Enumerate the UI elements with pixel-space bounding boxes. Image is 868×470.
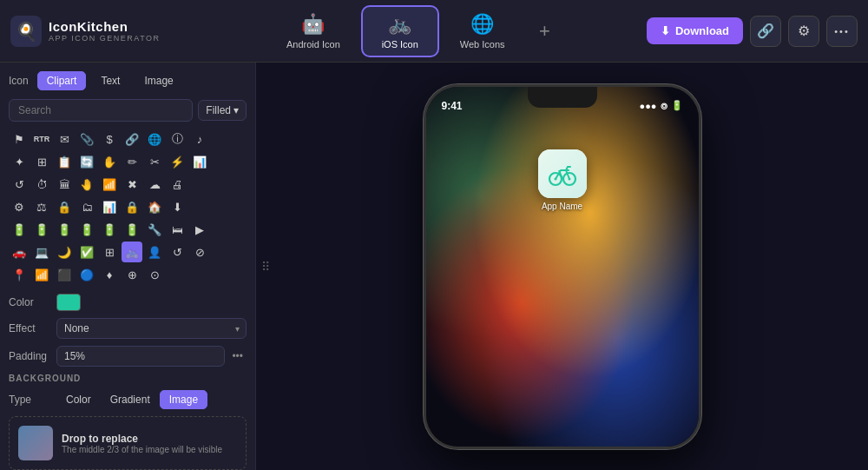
bg-color-button[interactable]: Color bbox=[56, 390, 101, 409]
icon-cell[interactable]: 🏠 bbox=[144, 196, 165, 217]
icon-cell[interactable]: ☁ bbox=[144, 174, 165, 195]
icon-cell[interactable]: 📊 bbox=[99, 196, 120, 217]
more-button[interactable]: ••• bbox=[826, 16, 858, 47]
icon-cell[interactable]: RTR bbox=[31, 129, 52, 149]
icon-cell[interactable]: ⊘ bbox=[189, 242, 210, 262]
icon-cell[interactable]: 🔋 bbox=[76, 219, 97, 240]
icon-cell[interactable] bbox=[212, 129, 233, 149]
color-swatch[interactable] bbox=[56, 294, 81, 311]
icon-cell[interactable] bbox=[234, 242, 255, 262]
text-type-button[interactable]: Text bbox=[91, 71, 129, 90]
icon-cell[interactable]: 📶 bbox=[31, 264, 52, 285]
icon-cell[interactable]: 📶 bbox=[99, 174, 120, 195]
effect-select[interactable]: None Shadow Glow bbox=[56, 318, 247, 339]
icon-cell[interactable]: 🔵 bbox=[76, 264, 97, 285]
icon-cell[interactable]: ⊞ bbox=[99, 242, 120, 262]
icon-cell[interactable]: ✋ bbox=[99, 151, 120, 172]
bg-image-button[interactable]: Image bbox=[160, 390, 207, 409]
icon-cell[interactable]: ⚖ bbox=[31, 196, 52, 217]
icon-cell[interactable]: 🔄 bbox=[76, 151, 97, 172]
tab-android[interactable]: 🤖 Android Icon bbox=[269, 5, 358, 57]
icon-cell[interactable] bbox=[212, 151, 233, 172]
icon-cell[interactable]: 📊 bbox=[189, 151, 210, 172]
tab-web[interactable]: 🌐 Web Icons bbox=[443, 5, 523, 57]
icon-cell[interactable]: ✉ bbox=[54, 129, 75, 149]
color-label: Color bbox=[9, 296, 56, 308]
icon-cell[interactable]: 🖨 bbox=[167, 174, 187, 195]
icon-cell[interactable]: 📎 bbox=[76, 129, 97, 149]
icon-cell[interactable] bbox=[234, 129, 255, 149]
icon-cell[interactable]: ♪ bbox=[189, 129, 210, 149]
padding-input[interactable] bbox=[56, 346, 225, 367]
icon-cell-selected[interactable]: 🚲 bbox=[122, 242, 142, 262]
icon-cell[interactable]: 🏛 bbox=[54, 174, 75, 195]
icon-cell[interactable]: ✖ bbox=[122, 174, 142, 195]
icon-cell[interactable]: ⚡ bbox=[167, 151, 187, 172]
icon-cell[interactable]: ⬛ bbox=[54, 264, 75, 285]
image-type-button[interactable]: Image bbox=[135, 71, 182, 90]
icon-cell[interactable] bbox=[212, 242, 233, 262]
icon-cell[interactable]: ↺ bbox=[9, 174, 30, 195]
icon-cell[interactable]: 🔋 bbox=[9, 219, 30, 240]
icon-cell[interactable] bbox=[234, 196, 255, 217]
add-tab-button[interactable]: + bbox=[526, 12, 564, 50]
plus-icon: + bbox=[539, 20, 550, 43]
icon-cell[interactable] bbox=[212, 219, 233, 240]
icon-cell[interactable]: 🔋 bbox=[122, 219, 142, 240]
settings-button[interactable]: ⚙ bbox=[788, 16, 819, 47]
tab-ios[interactable]: 🚲 iOS Icon bbox=[361, 5, 439, 57]
link-button[interactable]: 🔗 bbox=[750, 16, 781, 47]
icon-cell[interactable]: 🔒 bbox=[122, 196, 142, 217]
clipart-type-button[interactable]: Clipart bbox=[37, 71, 87, 90]
icon-cell[interactable]: 👤 bbox=[144, 242, 165, 262]
icon-cell[interactable]: 📍 bbox=[9, 264, 30, 285]
icon-cell[interactable]: ✏ bbox=[122, 151, 142, 172]
drag-handle[interactable]: ⠿ bbox=[261, 260, 270, 274]
icon-cell[interactable]: ▶ bbox=[189, 219, 210, 240]
icon-cell[interactable]: ⏱ bbox=[31, 174, 52, 195]
icon-cell[interactable]: 🔋 bbox=[31, 219, 52, 240]
icon-cell[interactable]: 🔒 bbox=[54, 196, 75, 217]
icon-cell[interactable]: ♦ bbox=[99, 264, 120, 285]
icon-cell[interactable]: ⊙ bbox=[144, 264, 165, 285]
icon-cell[interactable]: 🚗 bbox=[9, 242, 30, 262]
icon-cell[interactable]: ✂ bbox=[144, 151, 165, 172]
icon-cell[interactable]: 💻 bbox=[31, 242, 52, 262]
icon-cell[interactable]: 🔧 bbox=[144, 219, 165, 240]
icon-cell[interactable]: ⚑ bbox=[9, 129, 30, 149]
android-icon: 🤖 bbox=[301, 13, 325, 36]
icon-cell[interactable] bbox=[234, 219, 255, 240]
icon-cell[interactable]: 🔋 bbox=[99, 219, 120, 240]
filled-button[interactable]: Filled ▾ bbox=[198, 100, 247, 121]
icon-cell[interactable]: ⚙ bbox=[9, 196, 30, 217]
bg-gradient-button[interactable]: Gradient bbox=[101, 390, 160, 409]
icon-cell[interactable] bbox=[234, 174, 255, 195]
search-row: Filled ▾ bbox=[9, 99, 247, 122]
icon-cell[interactable]: 🔋 bbox=[54, 219, 75, 240]
icon-cell[interactable]: ⊞ bbox=[31, 151, 52, 172]
icon-cell[interactable]: 🤚 bbox=[76, 174, 97, 195]
icon-cell[interactable] bbox=[212, 174, 233, 195]
icon-cell[interactable]: 🌙 bbox=[54, 242, 75, 262]
drop-zone[interactable]: Drop to replace The middle 2/3 of the im… bbox=[9, 416, 247, 470]
icon-cell[interactable]: ↺ bbox=[167, 242, 187, 262]
icon-cell[interactable]: ✦ bbox=[9, 151, 30, 172]
download-label: Download bbox=[675, 24, 729, 37]
search-input[interactable] bbox=[9, 99, 193, 122]
icon-cell[interactable]: 🌐 bbox=[144, 129, 165, 149]
icon-cell[interactable] bbox=[189, 174, 210, 195]
icon-cell[interactable]: 🔗 bbox=[122, 129, 142, 149]
icon-cell[interactable]: 📋 bbox=[54, 151, 75, 172]
download-button[interactable]: ⬇ Download bbox=[647, 17, 743, 44]
icon-cell[interactable] bbox=[189, 196, 210, 217]
icon-cell[interactable]: $ bbox=[99, 129, 120, 149]
icon-cell[interactable]: ⬇ bbox=[167, 196, 187, 217]
icon-cell[interactable]: 🛏 bbox=[167, 219, 187, 240]
icon-cell[interactable]: 🗂 bbox=[76, 196, 97, 217]
icon-cell[interactable]: ⊕ bbox=[122, 264, 142, 285]
icon-cell[interactable] bbox=[212, 196, 233, 217]
icon-cell[interactable]: ⓘ bbox=[167, 129, 187, 149]
icon-cell[interactable]: ✅ bbox=[76, 242, 97, 262]
icon-cell[interactable] bbox=[234, 151, 255, 172]
more-dots[interactable]: ••• bbox=[228, 348, 247, 364]
